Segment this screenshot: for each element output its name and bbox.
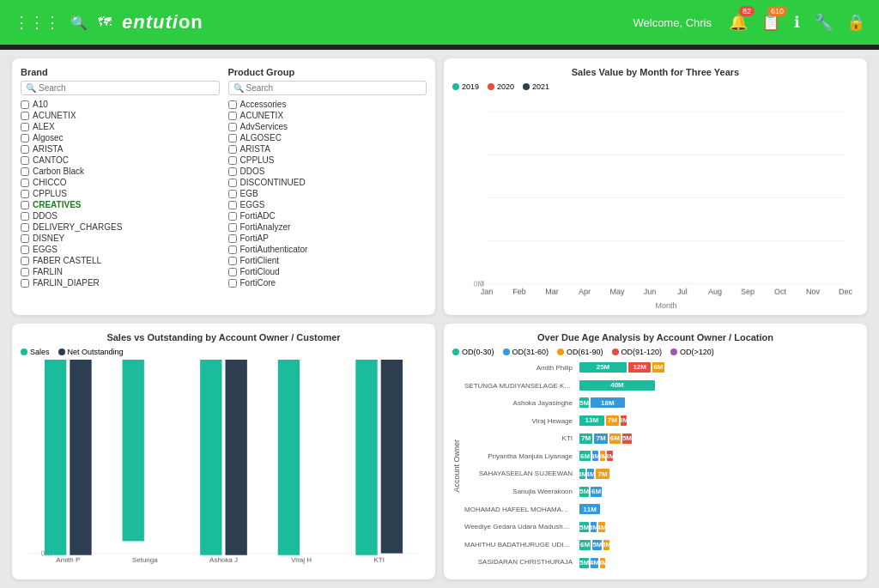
brand-filter-item[interactable]: CANTOC xyxy=(21,155,220,166)
oda-row-label: MAHITHU BADATHURUGE UDITHA P... xyxy=(464,540,573,549)
product-filter-item[interactable]: FortiCore xyxy=(228,277,427,288)
brand-search-box[interactable]: 🔍 xyxy=(21,81,220,95)
tools-icon-wrap[interactable]: 🔧 xyxy=(814,13,833,32)
oda-bar-segment: 13M xyxy=(579,415,604,426)
bell-icon-wrap[interactable]: 🔔 82 xyxy=(729,13,748,32)
oda-row-label: Weediye Gedara Udara Madushankar xyxy=(464,522,573,531)
brand-filter-item[interactable]: FABER CASTELL xyxy=(21,255,220,266)
product-search-input[interactable] xyxy=(246,83,422,93)
brand-filter-item[interactable]: CREATIVES xyxy=(21,199,220,210)
oda-row-label: Ashoka Jayasinghe xyxy=(464,398,573,408)
oda-bar-row: 6M5M3M xyxy=(579,540,858,550)
bell-badge: 82 xyxy=(739,6,755,16)
brand-filter-item[interactable]: A10 xyxy=(21,99,220,110)
product-search-box[interactable]: 🔍 xyxy=(228,81,427,95)
oda-bar-segment: 7M xyxy=(579,433,592,444)
oda-legend-item: OD(61-90) xyxy=(557,348,603,356)
brand-filter-item[interactable]: DELIVERY_CHARGES xyxy=(21,221,220,233)
product-filter-item[interactable]: FortiAuthenticator xyxy=(228,244,427,255)
product-filter-item[interactable]: DISCONTINUED xyxy=(228,177,427,188)
sales-outstanding-card: Sales vs Outstanding by Account Owner / … xyxy=(12,324,435,580)
oda-row-label: Amith Philip xyxy=(464,363,573,373)
search-icon[interactable]: 🔍 xyxy=(70,15,88,31)
oda-legend-item: OD(0-30) xyxy=(452,348,494,356)
clipboard-icon-wrap[interactable]: 📋 610 xyxy=(761,13,780,32)
product-filter-item[interactable]: FortiCloud xyxy=(228,266,427,277)
oda-bar-segment: 6M xyxy=(579,451,591,461)
product-filter-item[interactable]: ARISTA xyxy=(228,143,427,155)
sales-legend-item: 2019 xyxy=(452,82,479,91)
map-icon[interactable]: 🗺 xyxy=(98,15,112,30)
oda-content: Account Owner Amith PhilipSETUNGA MUDIYA… xyxy=(452,360,858,572)
legend-sales-label: Sales xyxy=(30,348,50,356)
oda-bar-segment: 4M xyxy=(591,558,598,568)
oda-bar-segment: 5M xyxy=(579,397,589,408)
brand-filter-item[interactable]: CHICCO xyxy=(21,177,220,188)
sales-legend-item: 2021 xyxy=(523,82,549,91)
lock-icon-wrap[interactable]: 🔒 xyxy=(846,13,865,32)
header-icon-group: 🔔 82 📋 610 ℹ 🔧 🔒 xyxy=(729,13,865,32)
product-search-icon: 🔍 xyxy=(233,83,244,93)
product-filter-item[interactable]: FortiAnalyzer xyxy=(228,221,427,233)
brand-filter-item[interactable]: ACUNETIX xyxy=(21,110,220,121)
oda-bar-row: 5M18M xyxy=(579,397,858,408)
sales-chart-legend: 201920202021 xyxy=(452,82,858,91)
product-filter-item[interactable]: EGGS xyxy=(228,199,427,210)
brand-filter-item[interactable]: Algosec xyxy=(21,132,220,143)
oda-y-label: Account Owner xyxy=(452,360,461,572)
product-filter-item[interactable]: FortiClient xyxy=(228,255,427,266)
oda-legend-item: OD(91-120) xyxy=(612,348,663,356)
oda-bar-row: 5M4M3M xyxy=(579,558,858,568)
brand-search-input[interactable] xyxy=(39,83,215,93)
oda-bar-segment: 6M xyxy=(591,487,602,497)
brand-filter-item[interactable]: ARISTA xyxy=(21,143,220,155)
product-filter-item[interactable]: FortiADC xyxy=(228,210,427,221)
brand-filter-item[interactable]: ALEX xyxy=(21,121,220,132)
product-filter-item[interactable]: DDOS xyxy=(228,166,427,177)
filter-card: Brand 🔍 A10 ACUNETIX ALEX Algosec ARISTA… xyxy=(12,58,435,315)
oda-bar-segment: 40M xyxy=(579,380,655,391)
oda-bar-segment: 12M xyxy=(628,362,651,373)
product-filter-item[interactable]: EGB xyxy=(228,188,427,199)
product-filter-item[interactable]: Accessories xyxy=(228,99,427,110)
oda-row-label: Priyantha Manjula Liyanage xyxy=(464,452,573,461)
sales-chart-card: Sales Value by Month for Three Years 201… xyxy=(444,58,867,315)
logo: entution xyxy=(122,11,203,33)
oda-row-label: MOHAMAD HAFEEL MOHAMAD SHA... xyxy=(464,505,573,514)
product-filter-list: Accessories ACUNETIX AdvServices ALGOSEC… xyxy=(228,99,427,288)
sales-chart-area xyxy=(452,94,858,310)
brand-search-icon: 🔍 xyxy=(26,83,36,93)
brand-filter-item[interactable]: FARLIN_DIAPER xyxy=(21,277,220,288)
oda-bar-segment: 11M xyxy=(579,504,600,514)
product-filter-item[interactable]: AdvServices xyxy=(228,121,427,132)
info-icon-wrap[interactable]: ℹ xyxy=(794,13,800,32)
oda-bar-segment: 3M xyxy=(621,415,627,426)
oda-bar-row: 5M3M4M xyxy=(579,522,858,532)
overdue-legend: OD(0-30)OD(31-60)OD(61-90)OD(91-120)OD(>… xyxy=(452,348,858,356)
brand-filter-item[interactable]: DISNEY xyxy=(21,233,220,244)
product-filter-item[interactable]: CPPLUS xyxy=(228,155,427,166)
product-filter-title: Product Group xyxy=(228,67,427,77)
oda-bar-row: 11M xyxy=(579,504,858,514)
brand-filter-item[interactable]: Carbon Black xyxy=(21,166,220,177)
oda-bar-segment: 7M xyxy=(594,433,607,444)
brand-filter-item[interactable]: EGGS xyxy=(21,244,220,255)
brand-filter-item[interactable]: DDOS xyxy=(21,210,220,221)
legend-outstanding: Net Outstanding xyxy=(58,348,124,356)
brand-filter-item[interactable]: FARLIN xyxy=(21,266,220,277)
oda-bar-row: 40M xyxy=(579,380,858,391)
oda-bar-segment: 6M xyxy=(652,362,664,373)
oda-bar-segment: 5M xyxy=(579,487,589,497)
product-filter: Product Group 🔍 Accessories ACUNETIX Adv… xyxy=(228,67,427,306)
grid-icon[interactable]: ⋮⋮⋮ xyxy=(14,13,60,32)
product-filter-item[interactable]: ALGOSEC xyxy=(228,132,427,143)
brand-filter-item[interactable]: CPPLUS xyxy=(21,188,220,199)
product-filter-item[interactable]: FortiAP xyxy=(228,233,427,244)
product-filter-item[interactable]: ACUNETIX xyxy=(228,110,427,121)
oda-bar-segment: 3M xyxy=(603,540,609,550)
oda-bar-segment: 4M xyxy=(587,469,595,479)
oda-bar-segment: 3M xyxy=(592,451,598,461)
oda-bar-row: 13M7M3M xyxy=(579,415,858,426)
info-icon: ℹ xyxy=(794,14,800,31)
sales-chart-title: Sales Value by Month for Three Years xyxy=(452,67,858,77)
